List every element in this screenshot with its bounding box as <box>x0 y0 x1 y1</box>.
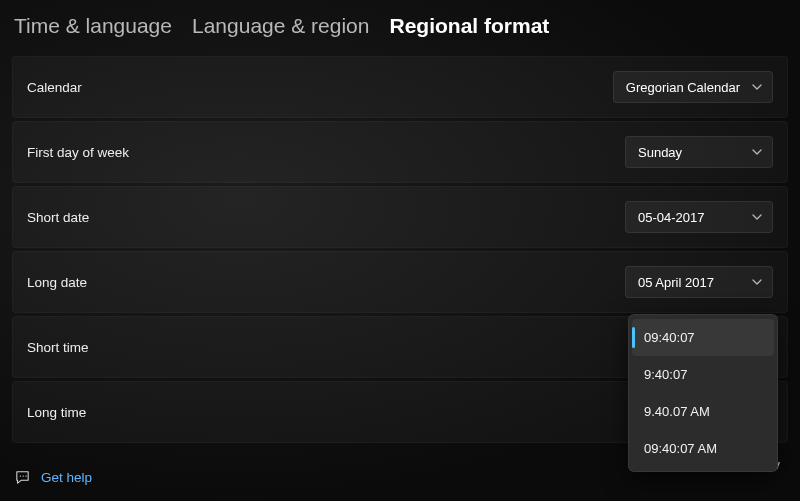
dropdown-option[interactable]: 9.40.07 AM <box>632 393 774 430</box>
row-label: Long time <box>27 405 86 420</box>
svg-point-0 <box>20 475 21 476</box>
row-label: Calendar <box>27 80 82 95</box>
breadcrumb-item-regional-format: Regional format <box>389 14 549 38</box>
breadcrumb-item-language-region[interactable]: Language & region <box>192 14 370 38</box>
select-value: 05 April 2017 <box>638 275 714 290</box>
chevron-down-icon <box>752 277 762 287</box>
dropdown-option[interactable]: 09:40:07 <box>632 319 774 356</box>
chevron-down-icon <box>752 147 762 157</box>
time-format-dropdown[interactable]: 09:40:07 9:40:07 9.40.07 AM 09:40:07 AM <box>628 314 778 472</box>
row-label: Short time <box>27 340 89 355</box>
select-value: 05-04-2017 <box>638 210 705 225</box>
row-long-date: Long date 05 April 2017 <box>12 251 788 313</box>
row-label: Long date <box>27 275 87 290</box>
row-short-date: Short date 05-04-2017 <box>12 186 788 248</box>
svg-point-2 <box>25 475 26 476</box>
row-calendar: Calendar Gregorian Calendar <box>12 56 788 118</box>
breadcrumb: Time & language Language & region Region… <box>0 0 800 56</box>
first-day-select[interactable]: Sunday <box>625 136 773 168</box>
select-value: Sunday <box>638 145 682 160</box>
get-help-link[interactable]: Get help <box>14 469 92 486</box>
chevron-down-icon <box>752 212 762 222</box>
row-first-day: First day of week Sunday <box>12 121 788 183</box>
breadcrumb-item-time-language[interactable]: Time & language <box>14 14 172 38</box>
long-date-select[interactable]: 05 April 2017 <box>625 266 773 298</box>
chat-help-icon <box>14 469 31 486</box>
dropdown-option[interactable]: 09:40:07 AM <box>632 430 774 467</box>
row-label: Short date <box>27 210 89 225</box>
calendar-select[interactable]: Gregorian Calendar <box>613 71 773 103</box>
row-label: First day of week <box>27 145 129 160</box>
help-label: Get help <box>41 470 92 485</box>
svg-point-1 <box>23 475 24 476</box>
dropdown-option[interactable]: 9:40:07 <box>632 356 774 393</box>
select-value: Gregorian Calendar <box>626 80 740 95</box>
short-date-select[interactable]: 05-04-2017 <box>625 201 773 233</box>
chevron-down-icon <box>752 82 762 92</box>
